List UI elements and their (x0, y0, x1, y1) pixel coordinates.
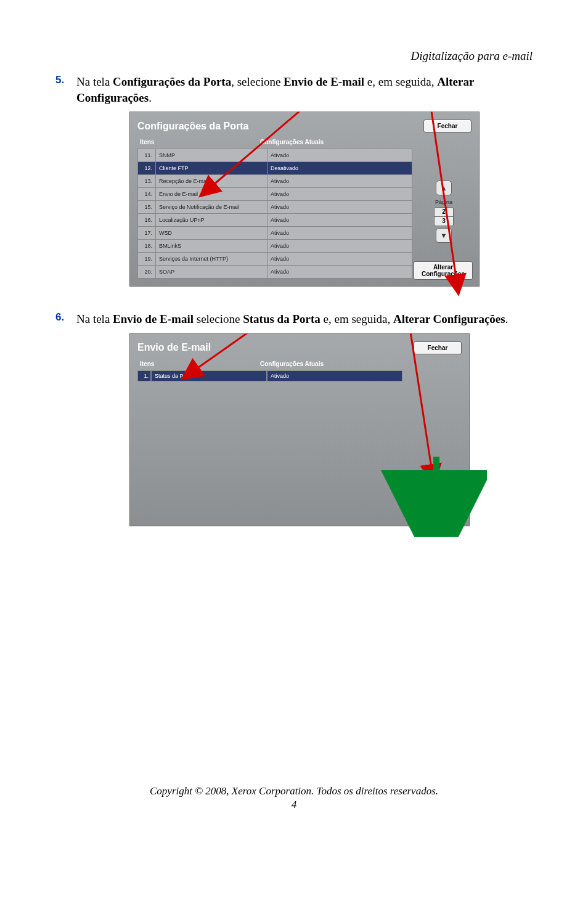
close-button[interactable]: Fechar (423, 120, 472, 132)
row-name: Serviço de Notificação de E-mail (156, 201, 267, 214)
pager-label: Página (435, 199, 452, 205)
row-index: 15. (138, 201, 156, 214)
table-row[interactable]: 19.Serviços da Internet (HTTP)Ativado (138, 253, 412, 266)
row-index: 19. (138, 253, 156, 266)
text: , selecione (231, 75, 284, 88)
dialog-title: Configurações da Porta (137, 121, 248, 132)
row-value: Ativado (267, 227, 412, 240)
page-up-button[interactable]: ▲ (436, 181, 452, 195)
column-header-config: Configurações Atuais (260, 139, 410, 145)
row-index: 11. (138, 149, 156, 162)
screenshot-email-send: Envio de E-mail Fechar Itens Configuraçõ… (129, 333, 470, 526)
row-value: Ativado (267, 370, 402, 381)
row-name: Envio de E-mail (156, 188, 267, 201)
text-bold: Status da Porta (243, 312, 321, 325)
port-settings-table: 11.SNMPAtivado12.Cliente FTPDesativado13… (137, 149, 412, 279)
row-value: Ativado (267, 214, 412, 227)
change-settings-button[interactable]: Alterar Configurações (404, 501, 463, 520)
footer-copyright: Copyright © 2008, Xerox Corporation. Tod… (55, 785, 533, 797)
column-header-items: Itens (140, 361, 260, 367)
close-button[interactable]: Fechar (414, 341, 462, 354)
step-5-number: 5. (55, 74, 76, 86)
button-label-line2: Configurações (422, 271, 465, 277)
step-5: 5. Na tela Configurações da Porta, selec… (55, 74, 533, 105)
row-index: 17. (138, 227, 156, 240)
chevron-down-icon: ▼ (441, 232, 447, 239)
text: selecione (194, 312, 243, 325)
row-index: 12. (138, 162, 156, 175)
text: e, em seguida, (321, 312, 393, 325)
row-name: SNMP (156, 149, 267, 162)
table-row[interactable]: 12.Cliente FTPDesativado (138, 162, 412, 175)
text-bold: Alterar Configurações (393, 312, 505, 325)
dialog-title: Envio de E-mail (137, 342, 211, 353)
step-6: 6. Na tela Envio de E-mail selecione Sta… (55, 311, 533, 327)
row-value: Ativado (267, 175, 412, 188)
row-index: 14. (138, 188, 156, 201)
step-6-text: Na tela Envio de E-mail selecione Status… (76, 311, 508, 327)
text: Na tela (76, 312, 113, 325)
column-header-config: Configurações Atuais (260, 361, 400, 367)
table-row[interactable]: 14.Envio de E-mailAtivado (138, 188, 412, 201)
change-settings-button[interactable]: Alterar Configurações (414, 261, 473, 280)
row-index: 20. (138, 266, 156, 279)
row-name: Serviços da Internet (HTTP) (156, 253, 267, 266)
row-value: Ativado (267, 201, 412, 214)
table-row[interactable]: 11.SNMPAtivado (138, 149, 412, 162)
table-row[interactable]: 20.SOAPAtivado (138, 266, 412, 279)
table-row[interactable]: 17.WSDAtivado (138, 227, 412, 240)
row-name: WSD (156, 227, 267, 240)
running-header: Digitalização para e-mail (55, 49, 533, 63)
row-index: 13. (138, 175, 156, 188)
step-6-number: 6. (55, 311, 76, 324)
chevron-up-icon: ▲ (441, 184, 447, 192)
pager-page-current: 2 (435, 208, 453, 216)
row-name: Localização UPnP (156, 214, 267, 227)
button-label-line1: Alterar (423, 503, 443, 510)
text: . (149, 91, 152, 104)
table-row[interactable]: 16.Localização UPnPAtivado (138, 214, 412, 227)
pager-pages: 2 3 (434, 207, 454, 226)
row-value: Ativado (267, 240, 412, 253)
list-item-status-porta[interactable]: 1. Status da Porta Ativado (137, 370, 402, 381)
button-label-line2: Configurações (412, 510, 455, 517)
row-value: Desativado (267, 162, 412, 175)
button-label-line1: Alterar (433, 264, 453, 271)
row-value: Ativado (267, 253, 412, 266)
row-value: Ativado (267, 149, 412, 162)
text-bold: Envio de E-mail (113, 312, 194, 325)
text: . (505, 312, 508, 325)
step-5-text: Na tela Configurações da Porta, selecion… (76, 74, 533, 105)
pager-page-total: 3 (435, 216, 453, 226)
row-value: Ativado (267, 188, 412, 201)
row-index: 1. (137, 370, 151, 381)
row-name: BMLinkS (156, 240, 267, 253)
row-index: 16. (138, 214, 156, 227)
row-name: Status da Porta (151, 370, 267, 381)
text: e, em seguida, (364, 75, 437, 88)
table-row[interactable]: 18.BMLinkSAtivado (138, 240, 412, 253)
row-index: 18. (138, 240, 156, 253)
table-row[interactable]: 13.Recepção de E-mailAtivado (138, 175, 412, 188)
text: Na tela (76, 75, 113, 88)
page-down-button[interactable]: ▼ (436, 228, 452, 243)
text-bold: Envio de E-mail (284, 75, 364, 88)
row-name: Cliente FTP (156, 162, 267, 175)
page-number: 4 (55, 799, 533, 811)
row-value: Ativado (267, 266, 412, 279)
text-bold: Configurações da Porta (113, 75, 231, 88)
row-name: Recepção de E-mail (156, 175, 267, 188)
row-name: SOAP (156, 266, 267, 279)
screenshot-port-settings: Configurações da Porta Fechar Itens Conf… (129, 112, 480, 287)
column-header-items: Itens (140, 139, 260, 145)
table-row[interactable]: 15.Serviço de Notificação de E-mailAtiva… (138, 201, 412, 214)
